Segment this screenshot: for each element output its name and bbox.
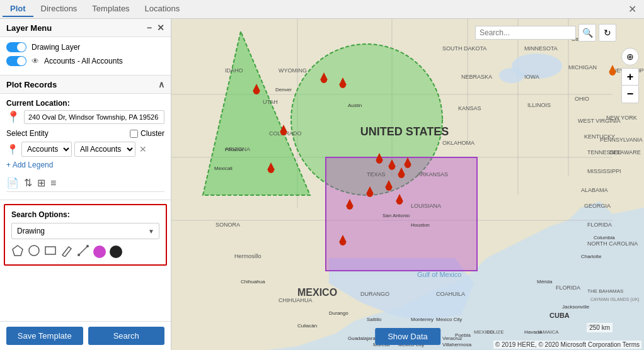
- svg-text:Mexico City: Mexico City: [436, 317, 462, 322]
- zoom-out-btn[interactable]: −: [621, 86, 639, 103]
- scale-bar: 250 km: [587, 323, 612, 332]
- lines-icon[interactable]: ≡: [50, 178, 56, 189]
- list-view-icon[interactable]: 📄: [6, 177, 19, 189]
- svg-text:Villahermosa: Villahermosa: [442, 342, 472, 347]
- svg-text:OHIO: OHIO: [575, 96, 589, 102]
- svg-text:MINNESOTA: MINNESOTA: [524, 45, 558, 52]
- svg-text:Jacksonville: Jacksonville: [562, 304, 590, 310]
- show-data-button[interactable]: Show Data: [375, 328, 440, 345]
- svg-text:COAHUILA: COAHUILA: [436, 291, 465, 297]
- select-entity-label: Select Entity: [6, 129, 49, 138]
- svg-point-16: [499, 68, 524, 83]
- svg-point-105: [609, 69, 616, 76]
- svg-text:Durango: Durango: [329, 310, 348, 316]
- view-icon-row: 📄 ⇅ ⊞ ≡: [6, 174, 164, 192]
- svg-text:THE BAHAMAS: THE BAHAMAS: [587, 288, 623, 294]
- search-options-box: Search Options: Drawing Radius Rectangle…: [4, 204, 167, 266]
- search-type-dropdown[interactable]: Drawing Radius Rectangle Polygon: [11, 223, 159, 239]
- svg-text:SONORA: SONORA: [216, 222, 240, 228]
- drawing-layer-label: Drawing Layer: [32, 43, 80, 52]
- svg-text:KANSAS: KANSAS: [458, 105, 481, 111]
- svg-text:Houston: Houston: [411, 222, 430, 228]
- color-black-btn[interactable]: [110, 246, 122, 258]
- layer-menu-collapse-icon[interactable]: −: [147, 23, 152, 33]
- svg-point-15: [512, 54, 562, 79]
- layer-menu-close-icon[interactable]: ✕: [157, 23, 164, 33]
- pencil-tool-icon[interactable]: [60, 244, 73, 259]
- svg-point-91: [253, 88, 260, 94]
- layer-menu-title: Layer Menu: [6, 23, 52, 33]
- svg-line-3: [79, 246, 88, 255]
- svg-text:Saltillo: Saltillo: [367, 317, 382, 322]
- search-button[interactable]: Search: [88, 327, 165, 345]
- grid-icon[interactable]: ⊞: [37, 177, 45, 189]
- layer-menu-body: Drawing Layer 👁 Accounts - All Accounts: [0, 37, 171, 76]
- svg-point-94: [321, 77, 327, 83]
- circle-tool-icon[interactable]: [28, 244, 40, 259]
- svg-point-99: [405, 162, 411, 168]
- svg-point-1: [29, 246, 39, 256]
- plot-records-collapse-icon[interactable]: ∧: [158, 79, 164, 89]
- add-legend-btn[interactable]: + Add Legend: [6, 161, 164, 169]
- svg-text:JAMAICA: JAMAICA: [537, 329, 559, 335]
- svg-point-96: [376, 157, 382, 164]
- entity-select-row: 📍 Accounts All Accounts ✕: [6, 142, 164, 157]
- plot-records-title: Plot Records: [6, 80, 57, 89]
- tab-plot[interactable]: Plot: [3, 1, 33, 17]
- svg-text:Columbia: Columbia: [594, 235, 615, 240]
- eye-icon[interactable]: 👁: [32, 57, 39, 65]
- layer-menu-icons: − ✕: [147, 23, 164, 33]
- svg-text:Chihuahua: Chihuahua: [241, 279, 265, 285]
- svg-text:DELAWARE: DELAWARE: [609, 149, 641, 155]
- color-purple-btn[interactable]: [93, 246, 106, 258]
- close-tab-icon[interactable]: ✕: [623, 3, 641, 15]
- save-template-button[interactable]: Save Template: [6, 327, 83, 345]
- svg-text:Guadalajara: Guadalajara: [348, 336, 376, 341]
- plot-records-header: Plot Records ∧: [0, 76, 171, 94]
- layer-drawing: Drawing Layer: [6, 42, 164, 52]
- rectangle-tool-icon[interactable]: [44, 244, 57, 259]
- location-input[interactable]: [24, 110, 164, 124]
- entity-filter-dropdown[interactable]: All Accounts: [74, 142, 135, 157]
- toggle-knob-2: [17, 57, 26, 65]
- search-options-label: Search Options:: [11, 210, 159, 219]
- tab-directions[interactable]: Directions: [33, 1, 85, 17]
- svg-text:WYOMING: WYOMING: [279, 67, 307, 74]
- line-tool-icon[interactable]: [77, 244, 89, 259]
- map-svg: UNITED STATES WYOMING IDAHO UTAH COLORAD…: [171, 19, 644, 350]
- zoom-in-btn[interactable]: +: [621, 68, 639, 86]
- accounts-layer-toggle[interactable]: [6, 56, 26, 66]
- plot-records-body: Current Location: 📍 Select Entity Cluste…: [0, 94, 171, 200]
- svg-text:IDAHO: IDAHO: [225, 67, 243, 74]
- main-content: Layer Menu − ✕ Drawing Layer 👁 Accounts …: [0, 19, 644, 350]
- svg-text:FLORIDA: FLORIDA: [587, 222, 612, 228]
- map-nav-controls: ⊕ + −: [621, 48, 639, 103]
- location-pin-icon: 📍: [6, 111, 20, 123]
- toggle-knob: [17, 43, 26, 52]
- cluster-checkbox-row: Cluster: [130, 129, 164, 138]
- svg-text:ALABAMA: ALABAMA: [581, 187, 608, 193]
- map-refresh-btn[interactable]: ↻: [599, 24, 616, 42]
- compass-btn[interactable]: ⊕: [621, 48, 639, 65]
- entity-type-dropdown[interactable]: Accounts: [21, 142, 72, 157]
- sort-icon[interactable]: ⇅: [24, 177, 32, 189]
- map-area[interactable]: UNITED STATES WYOMING IDAHO UTAH COLORAD…: [171, 19, 644, 350]
- map-search-input[interactable]: [475, 26, 576, 40]
- svg-text:PENNSYLVANIA: PENNSYLVANIA: [600, 137, 643, 143]
- svg-text:WEST VIRGINIA: WEST VIRGINIA: [578, 118, 621, 124]
- map-search-icon-btn[interactable]: 🔍: [578, 24, 596, 42]
- tab-locations[interactable]: Locations: [137, 1, 188, 17]
- tab-templates[interactable]: Templates: [84, 1, 137, 17]
- svg-text:MEXICO: MEXICO: [474, 329, 494, 335]
- cluster-label: Cluster: [141, 129, 164, 138]
- svg-point-101: [367, 191, 373, 197]
- svg-text:CHIHUAHUA: CHIHUAHUA: [279, 297, 313, 303]
- svg-rect-6: [171, 19, 644, 350]
- clear-entity-icon[interactable]: ✕: [139, 144, 147, 154]
- svg-text:BELIZE: BELIZE: [486, 329, 504, 335]
- map-search-bar: 🔍 ↻: [475, 24, 616, 42]
- tab-bar: Plot Directions Templates Locations ✕: [0, 0, 644, 19]
- polygon-tool-icon[interactable]: [11, 244, 24, 259]
- cluster-checkbox[interactable]: [130, 130, 138, 138]
- drawing-layer-toggle[interactable]: [6, 42, 26, 52]
